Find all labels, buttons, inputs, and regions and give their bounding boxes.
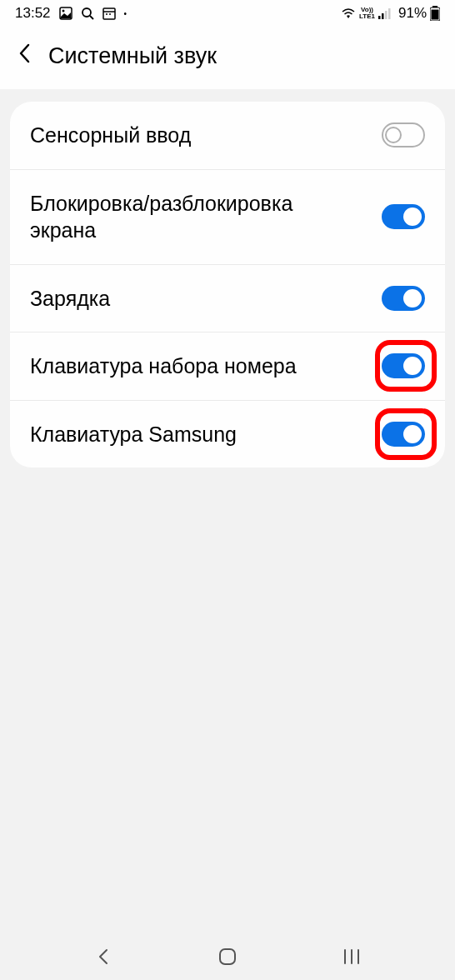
setting-label: Клавиатура набора номера xyxy=(30,352,297,380)
search-icon xyxy=(81,7,94,20)
page-title: Системный звук xyxy=(48,43,217,69)
svg-rect-11 xyxy=(388,8,391,19)
nav-recents-button[interactable] xyxy=(340,945,363,968)
setting-label: Зарядка xyxy=(30,285,110,312)
nav-home-button[interactable] xyxy=(216,945,239,968)
toggle-dialpad-sound[interactable] xyxy=(382,353,425,378)
svg-rect-8 xyxy=(378,16,381,19)
signal-icon xyxy=(378,8,392,19)
wifi-icon xyxy=(341,8,356,19)
svg-rect-14 xyxy=(432,10,439,20)
setting-label: Блокировка/разблокировка экрана xyxy=(30,190,347,244)
volte-icon: Vo))LTE1 xyxy=(359,7,375,20)
svg-rect-9 xyxy=(382,13,384,19)
setting-label: Сенсорный ввод xyxy=(30,122,191,149)
setting-dialpad-sound[interactable]: Клавиатура набора номера xyxy=(10,332,445,401)
setting-samsung-keyboard-sound[interactable]: Клавиатура Samsung xyxy=(10,401,445,468)
page-header: Системный звук xyxy=(0,27,455,89)
svg-line-3 xyxy=(90,16,93,19)
nav-back-button[interactable] xyxy=(92,945,115,968)
toggle-charging-sound[interactable] xyxy=(382,286,425,311)
battery-icon xyxy=(430,6,440,21)
gallery-icon xyxy=(59,7,72,20)
setting-lock-sound[interactable]: Блокировка/разблокировка экрана xyxy=(10,170,445,265)
setting-label: Клавиатура Samsung xyxy=(30,421,237,448)
setting-charging-sound[interactable]: Зарядка xyxy=(10,265,445,333)
back-icon[interactable] xyxy=(17,42,33,71)
content-area: Сенсорный ввод Блокировка/разблокировка … xyxy=(0,102,455,468)
svg-point-2 xyxy=(82,8,91,17)
status-time: 13:52 xyxy=(15,5,51,22)
svg-rect-15 xyxy=(220,949,235,964)
status-left: 13:52 • xyxy=(15,5,127,22)
svg-point-1 xyxy=(62,10,64,12)
calendar-icon xyxy=(102,7,116,20)
toggle-touch-sound[interactable] xyxy=(382,122,425,148)
toggle-lock-sound[interactable] xyxy=(382,204,425,229)
status-right: Vo))LTE1 91% xyxy=(341,5,440,22)
settings-card: Сенсорный ввод Блокировка/разблокировка … xyxy=(10,102,445,468)
nav-bar xyxy=(0,933,455,980)
battery-percent: 91% xyxy=(398,5,427,22)
setting-touch-sound[interactable]: Сенсорный ввод xyxy=(10,102,445,170)
svg-rect-10 xyxy=(385,11,388,19)
toggle-samsung-keyboard-sound[interactable] xyxy=(382,422,425,447)
status-bar: 13:52 • Vo))LTE1 91% xyxy=(0,0,455,27)
dot-icon: • xyxy=(124,9,128,18)
